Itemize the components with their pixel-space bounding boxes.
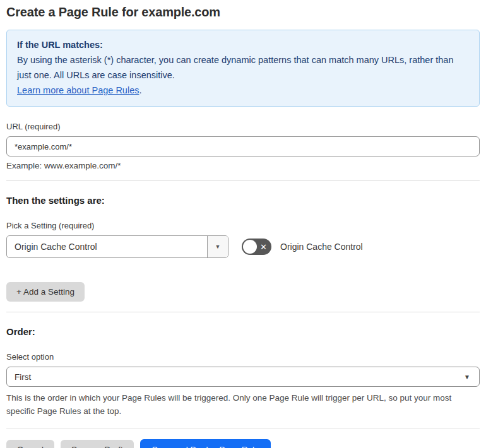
- url-field-label: URL (required): [6, 122, 480, 131]
- info-box-heading: If the URL matches:: [17, 37, 469, 52]
- info-box-link-line: Learn more about Page Rules.: [17, 83, 469, 98]
- divider: [6, 180, 480, 181]
- link-period: .: [139, 85, 141, 95]
- divider: [6, 312, 480, 312]
- save-and-deploy-button[interactable]: Save and Deploy Page Rule: [140, 439, 271, 448]
- toggle-label: Origin Cache Control: [280, 242, 363, 252]
- order-section-heading: Order:: [6, 326, 480, 337]
- page-title: Create a Page Rule for example.com: [6, 5, 480, 20]
- url-input[interactable]: [6, 136, 480, 156]
- order-select-value: First: [15, 372, 31, 382]
- url-match-info-box: If the URL matches: By using the asteris…: [6, 30, 480, 107]
- pick-setting-label: Pick a Setting (required): [6, 221, 480, 230]
- settings-section-heading: Then the settings are:: [6, 195, 480, 206]
- chevron-down-icon[interactable]: ▼: [207, 236, 228, 257]
- chevron-down-icon: ▼: [464, 374, 470, 380]
- learn-more-link[interactable]: Learn more about Page Rules: [17, 85, 139, 95]
- toggle-knob: [243, 240, 257, 254]
- save-as-draft-button[interactable]: Save as Draft: [61, 440, 134, 448]
- info-box-body: By using the asterisk (*) character, you…: [17, 52, 469, 83]
- toggle-off-x-icon: ✕: [260, 243, 267, 251]
- order-select[interactable]: First ▼: [6, 367, 480, 387]
- setting-select[interactable]: Origin Cache Control ▼: [6, 235, 228, 258]
- form-actions: Cancel Save as Draft Save and Deploy Pag…: [6, 439, 480, 448]
- order-select-label: Select option: [6, 352, 480, 362]
- setting-row: Origin Cache Control ▼ ✕ Origin Cache Co…: [6, 235, 480, 258]
- page-rule-form: Create a Page Rule for example.com If th…: [0, 5, 486, 448]
- divider: [6, 428, 480, 428]
- order-help-text: This is the order in which your Page Rul…: [6, 391, 477, 418]
- add-setting-button[interactable]: + Add a Setting: [6, 282, 85, 302]
- origin-cache-control-toggle[interactable]: ✕: [242, 239, 271, 255]
- url-field-hint: Example: www.example.com/*: [6, 161, 480, 170]
- setting-select-value: Origin Cache Control: [7, 236, 207, 257]
- cancel-button[interactable]: Cancel: [6, 440, 54, 448]
